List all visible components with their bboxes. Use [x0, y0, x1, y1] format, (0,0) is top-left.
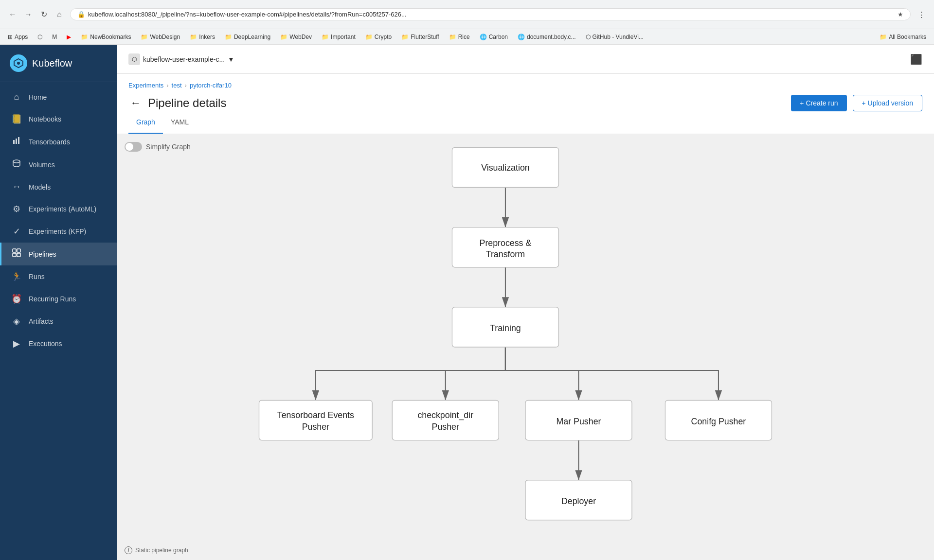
folder-icon: 📁	[81, 34, 88, 40]
namespace-selector[interactable]: ⬡ kubeflow-user-example-c... ▼	[128, 53, 234, 65]
breadcrumb-experiments[interactable]: Experiments	[128, 82, 163, 89]
tensorboards-icon	[11, 136, 22, 147]
bookmark-document[interactable]: 🌐 document.body.c...	[514, 33, 580, 41]
sidebar-item-models[interactable]: ↔ Models	[0, 176, 117, 198]
home-button[interactable]: ⌂	[53, 8, 66, 21]
bookmark-newbookmarks[interactable]: 📁 NewBookmarks	[77, 33, 135, 41]
breadcrumb-sep-1: ›	[166, 82, 168, 89]
bookmark-vundle[interactable]: ⬡ GitHub - VundleVi...	[582, 33, 647, 41]
bookmark-youtube[interactable]: ▶	[63, 33, 75, 41]
node-tensorboard-label-2: Pusher	[302, 422, 329, 432]
page-title-row: ← Pipeline details + Create run + Upload…	[128, 95, 922, 111]
bookmark-rice[interactable]: 📁 Rice	[445, 33, 474, 41]
browser-chrome: ← → ↻ ⌂ 🔒 kubeflow.localhost:8080/_/pipe…	[0, 0, 934, 29]
bookmark-apps-label: Apps	[15, 34, 28, 40]
sidebar: Kubeflow ⌂ Home 📒 Notebooks Tensorboards	[0, 45, 117, 560]
static-notice-text: Static pipeline graph	[135, 547, 188, 554]
sidebar-item-pipelines[interactable]: Pipelines	[0, 243, 117, 265]
bookmark-inkers[interactable]: 📁 Inkers	[186, 33, 219, 41]
node-preprocess-label-2: Transform	[486, 249, 525, 259]
volumes-icon	[11, 159, 22, 170]
tab-yaml[interactable]: YAML	[163, 111, 197, 134]
reload-button[interactable]: ↻	[37, 8, 51, 21]
bookmark-webdev[interactable]: 📁 WebDev	[276, 33, 316, 41]
svg-rect-4	[18, 137, 19, 144]
sidebar-item-automl-label: Experiments (AutoML)	[29, 205, 96, 213]
simplify-label: Simplify Graph	[146, 143, 191, 151]
node-tensorboard-label-1: Tensorboard Events	[277, 410, 354, 420]
node-training-label: Training	[490, 323, 521, 333]
sidebar-item-recurring-runs[interactable]: ⏰ Recurring Runs	[0, 288, 117, 310]
node-tensorboard[interactable]	[259, 401, 373, 440]
url-text: kubeflow.localhost:8080/_/pipeline/?ns=k…	[88, 11, 895, 18]
kubeflow-logo-icon	[10, 54, 27, 72]
bookmark-webdesign[interactable]: 📁 WebDesign	[137, 33, 184, 41]
bookmark-all[interactable]: 📁 All Bookmarks	[876, 33, 930, 41]
pipeline-svg: Visualization Preprocess & Transform Tra…	[117, 134, 934, 560]
folder-icon-2: 📁	[141, 34, 148, 40]
breadcrumb-pytorch[interactable]: pytorch-cifar10	[190, 82, 232, 89]
bookmark-gmail[interactable]: M	[48, 33, 61, 41]
folder-icon-9: 📁	[449, 34, 456, 40]
web-icon-1: 🌐	[480, 34, 487, 40]
automl-icon: ⚙	[11, 204, 22, 214]
svg-point-1	[17, 62, 20, 65]
folder-icon-7: 📁	[365, 34, 373, 40]
node-mar-label: Mar Pusher	[557, 417, 601, 426]
sidebar-item-tensorboards-label: Tensorboards	[29, 138, 70, 146]
sidebar-item-executions[interactable]: ▶ Executions	[0, 332, 117, 355]
simplify-toggle[interactable]	[125, 142, 142, 152]
bookmark-flutter[interactable]: 📁 FlutterStuff	[397, 33, 443, 41]
bookmarks-bar: ⊞ Apps ⬡ M ▶ 📁 NewBookmarks 📁 WebDesign …	[0, 29, 934, 45]
sidebar-item-notebooks[interactable]: 📒 Notebooks	[0, 108, 117, 130]
upload-version-button[interactable]: + Upload version	[853, 95, 922, 111]
sidebar-nav: ⌂ Home 📒 Notebooks Tensorboards	[0, 82, 117, 560]
svg-point-5	[13, 160, 20, 163]
full-page: ← → ↻ ⌂ 🔒 kubeflow.localhost:8080/_/pipe…	[0, 0, 934, 560]
back-button[interactable]: ←	[128, 95, 143, 111]
sidebar-item-experiments-automl[interactable]: ⚙ Experiments (AutoML)	[0, 198, 117, 220]
breadcrumb-test[interactable]: test	[172, 82, 182, 89]
web-icon-2: 🌐	[518, 34, 525, 40]
tab-graph[interactable]: Graph	[128, 111, 163, 134]
sidebar-logo: Kubeflow	[0, 45, 117, 82]
recurring-icon: ⏰	[11, 294, 22, 304]
node-checkpoint[interactable]	[392, 401, 499, 440]
node-config-label: Conifg Pusher	[691, 417, 746, 426]
extensions-button[interactable]: ⋮	[915, 8, 928, 21]
models-icon: ↔	[11, 182, 22, 192]
apps-icon: ⊞	[8, 34, 13, 40]
sidebar-item-home[interactable]: ⌂ Home	[0, 86, 117, 108]
browser-nav-buttons: ← → ↻ ⌂	[6, 8, 66, 21]
sidebar-item-tensorboards[interactable]: Tensorboards	[0, 130, 117, 153]
sidebar-item-recurring-label: Recurring Runs	[29, 295, 76, 303]
sidebar-item-runs[interactable]: 🏃 Runs	[0, 265, 117, 288]
sidebar-logo-text: Kubeflow	[32, 58, 72, 69]
address-bar[interactable]: 🔒 kubeflow.localhost:8080/_/pipeline/?ns…	[70, 8, 911, 20]
sidebar-item-artifacts-label: Artifacts	[29, 317, 54, 325]
sidebar-item-experiments-kfp[interactable]: ✓ Experiments (KFP)	[0, 220, 117, 243]
create-run-button[interactable]: + Create run	[791, 95, 846, 111]
svg-rect-9	[17, 253, 20, 257]
back-button[interactable]: ←	[6, 8, 19, 21]
bookmark-apps[interactable]: ⊞ Apps	[4, 33, 32, 41]
main-content: ⬡ kubeflow-user-example-c... ▼ ⬛ Experim…	[117, 45, 934, 560]
bookmark-carbon[interactable]: 🌐 Carbon	[476, 33, 512, 41]
bookmark-deeplearning[interactable]: 📁 DeepLearning	[221, 33, 274, 41]
forward-button[interactable]: →	[21, 8, 35, 21]
sidebar-item-executions-label: Executions	[29, 340, 62, 348]
bookmark-github[interactable]: ⬡	[34, 33, 46, 41]
page-actions: + Create run + Upload version	[791, 95, 922, 111]
executions-icon: ▶	[11, 338, 22, 349]
app-body: Kubeflow ⌂ Home 📒 Notebooks Tensorboards	[0, 45, 934, 560]
logout-button[interactable]: ⬛	[910, 53, 922, 65]
page-title-left: ← Pipeline details	[128, 95, 226, 111]
graph-area: Simplify Graph	[117, 134, 934, 560]
sidebar-item-artifacts[interactable]: ◈ Artifacts	[0, 310, 117, 332]
sidebar-item-volumes[interactable]: Volumes	[0, 153, 117, 176]
svg-rect-6	[13, 249, 16, 252]
github-icon: ⬡	[37, 34, 42, 40]
bookmark-important[interactable]: 📁 Important	[318, 33, 359, 41]
node-visualization-label: Visualization	[481, 163, 530, 173]
bookmark-crypto[interactable]: 📁 Crypto	[361, 33, 395, 41]
